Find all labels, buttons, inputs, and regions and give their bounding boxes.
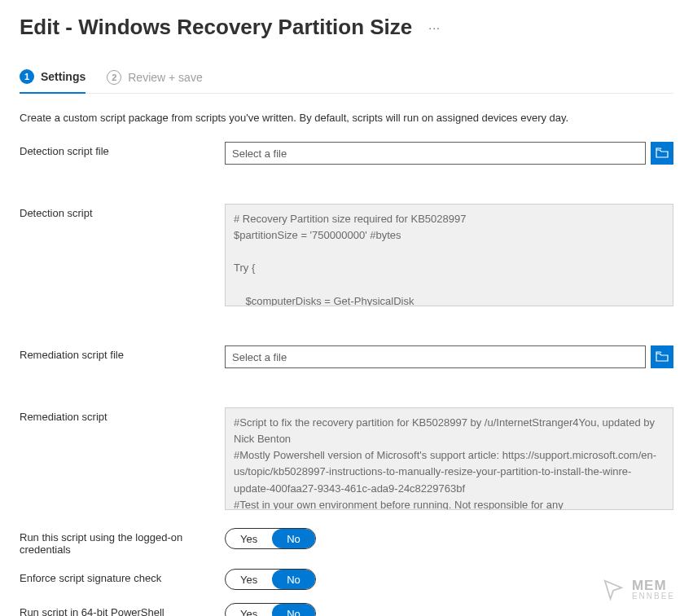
remediation-script-label: Remediation script	[20, 407, 225, 423]
toggle-yes[interactable]: Yes	[226, 529, 272, 548]
logged-on-toggle[interactable]: Yes No	[225, 528, 316, 549]
detection-file-label: Detection script file	[20, 142, 225, 157]
browse-remediation-button[interactable]	[651, 345, 673, 368]
toggle-yes[interactable]: Yes	[226, 570, 272, 589]
tabs-container: 1 Settings 2 Review + save	[20, 69, 673, 94]
cursor-icon	[599, 575, 627, 603]
watermark: MEM ENNBEE	[599, 575, 675, 603]
step-badge-2: 2	[107, 70, 121, 85]
folder-icon	[656, 351, 669, 363]
watermark-line1: MEM	[632, 579, 675, 592]
tab-review-save[interactable]: 2 Review + save	[107, 70, 202, 93]
tab-label: Settings	[41, 70, 86, 83]
tab-settings[interactable]: 1 Settings	[20, 69, 86, 94]
remediation-file-label: Remediation script file	[20, 345, 225, 361]
detection-file-input[interactable]: Select a file	[225, 142, 646, 165]
page-title: Edit - Windows Recovery Partition Size	[20, 15, 412, 40]
detection-script-textarea[interactable]: # Recovery Partition size required for K…	[225, 204, 673, 306]
browse-detection-button[interactable]	[651, 142, 673, 165]
detection-script-label: Detection script	[20, 204, 225, 219]
toggle-no[interactable]: No	[272, 604, 315, 616]
signature-toggle[interactable]: Yes No	[225, 569, 316, 590]
toggle-no[interactable]: No	[272, 529, 315, 548]
watermark-line2: ENNBEE	[632, 592, 675, 601]
more-icon[interactable]: ···	[428, 21, 441, 34]
signature-label: Enforce script signature check	[20, 569, 225, 584]
toggle-yes[interactable]: Yes	[226, 604, 272, 616]
tab-label: Review + save	[128, 71, 202, 84]
folder-icon	[656, 147, 669, 159]
step-badge-1: 1	[20, 69, 34, 84]
remediation-script-textarea[interactable]: #Script to fix the recovery partition fo…	[225, 407, 673, 510]
toggle-no[interactable]: No	[272, 570, 315, 589]
intro-text: Create a custom script package from scri…	[20, 112, 673, 124]
logged-on-label: Run this script using the logged-on cred…	[20, 528, 225, 556]
bit64-toggle[interactable]: Yes No	[225, 603, 316, 616]
remediation-file-input[interactable]: Select a file	[225, 345, 646, 368]
bit64-label: Run script in 64-bit PowerShell	[20, 603, 225, 616]
